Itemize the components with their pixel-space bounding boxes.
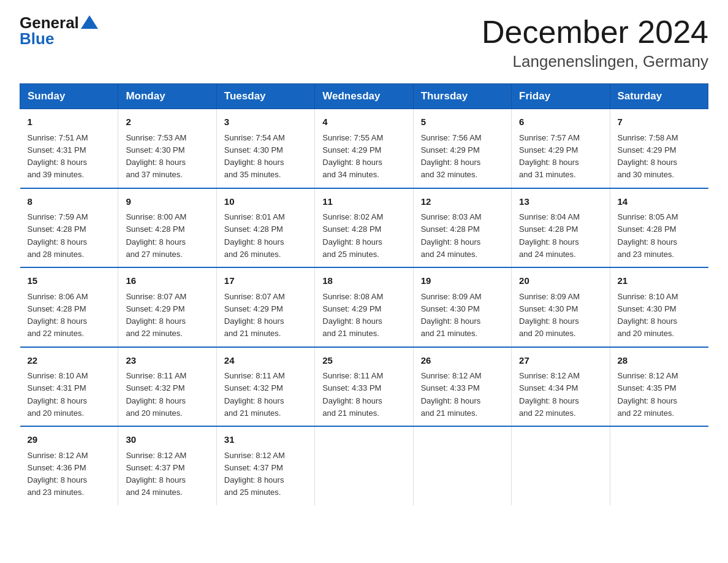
day-number: 4 [322, 115, 405, 129]
col-header-tuesday: Tuesday [216, 84, 314, 109]
calendar-cell: 29 Sunrise: 8:12 AMSunset: 4:36 PMDaylig… [20, 426, 118, 505]
calendar-week-row: 8 Sunrise: 7:59 AMSunset: 4:28 PMDayligh… [20, 188, 708, 268]
day-info: Sunrise: 7:59 AMSunset: 4:28 PMDaylight:… [28, 212, 88, 259]
calendar-cell: 8 Sunrise: 7:59 AMSunset: 4:28 PMDayligh… [20, 188, 118, 268]
svg-marker-0 [81, 15, 98, 29]
day-number: 18 [322, 274, 405, 288]
day-number: 28 [618, 354, 701, 368]
day-number: 11 [322, 195, 405, 209]
calendar-week-row: 22 Sunrise: 8:10 AMSunset: 4:31 PMDaylig… [20, 347, 708, 427]
calendar-cell: 27 Sunrise: 8:12 AMSunset: 4:34 PMDaylig… [512, 347, 610, 427]
page-title: December 2024 [482, 15, 708, 50]
calendar-cell: 23 Sunrise: 8:11 AMSunset: 4:32 PMDaylig… [118, 347, 216, 427]
day-info: Sunrise: 8:05 AMSunset: 4:28 PMDaylight:… [618, 212, 678, 259]
day-number: 3 [224, 115, 307, 129]
col-header-wednesday: Wednesday [315, 84, 413, 109]
calendar-table: SundayMondayTuesdayWednesdayThursdayFrid… [20, 83, 708, 505]
calendar-cell: 14 Sunrise: 8:05 AMSunset: 4:28 PMDaylig… [610, 188, 708, 268]
day-number: 26 [421, 354, 504, 368]
calendar-cell: 24 Sunrise: 8:11 AMSunset: 4:32 PMDaylig… [216, 347, 314, 427]
day-info: Sunrise: 8:10 AMSunset: 4:31 PMDaylight:… [28, 371, 88, 418]
day-info: Sunrise: 7:58 AMSunset: 4:29 PMDaylight:… [618, 133, 678, 180]
calendar-cell: 21 Sunrise: 8:10 AMSunset: 4:30 PMDaylig… [610, 267, 708, 347]
day-number: 21 [618, 274, 701, 288]
day-number: 24 [224, 354, 307, 368]
calendar-cell: 30 Sunrise: 8:12 AMSunset: 4:37 PMDaylig… [118, 426, 216, 505]
calendar-cell: 10 Sunrise: 8:01 AMSunset: 4:28 PMDaylig… [216, 188, 314, 268]
day-number: 29 [28, 433, 111, 447]
day-info: Sunrise: 8:03 AMSunset: 4:28 PMDaylight:… [421, 212, 482, 259]
calendar-cell: 11 Sunrise: 8:02 AMSunset: 4:28 PMDaylig… [315, 188, 413, 268]
day-info: Sunrise: 8:07 AMSunset: 4:29 PMDaylight:… [126, 292, 186, 339]
calendar-cell: 25 Sunrise: 8:11 AMSunset: 4:33 PMDaylig… [315, 347, 413, 427]
day-info: Sunrise: 8:12 AMSunset: 4:37 PMDaylight:… [224, 451, 285, 497]
calendar-cell [413, 426, 511, 505]
calendar-cell: 20 Sunrise: 8:09 AMSunset: 4:30 PMDaylig… [512, 267, 610, 347]
day-number: 15 [28, 274, 111, 288]
calendar-cell [315, 426, 413, 505]
page-subtitle: Langenenslingen, Germany [482, 52, 708, 71]
day-info: Sunrise: 8:11 AMSunset: 4:32 PMDaylight:… [126, 371, 186, 418]
day-info: Sunrise: 7:55 AMSunset: 4:29 PMDaylight:… [322, 133, 383, 180]
day-number: 10 [224, 195, 307, 209]
day-info: Sunrise: 8:02 AMSunset: 4:28 PMDaylight:… [322, 212, 383, 259]
calendar-cell: 22 Sunrise: 8:10 AMSunset: 4:31 PMDaylig… [20, 347, 118, 427]
calendar-cell: 12 Sunrise: 8:03 AMSunset: 4:28 PMDaylig… [413, 188, 511, 268]
col-header-friday: Friday [512, 84, 610, 109]
calendar-cell: 4 Sunrise: 7:55 AMSunset: 4:29 PMDayligh… [315, 109, 413, 188]
day-number: 25 [322, 354, 405, 368]
day-number: 23 [126, 354, 208, 368]
day-info: Sunrise: 8:12 AMSunset: 4:34 PMDaylight:… [519, 371, 580, 418]
day-number: 5 [421, 115, 504, 129]
title-block: December 2024 Langenenslingen, Germany [482, 15, 708, 71]
col-header-sunday: Sunday [20, 84, 118, 109]
col-header-monday: Monday [118, 84, 216, 109]
calendar-cell [512, 426, 610, 505]
day-info: Sunrise: 8:12 AMSunset: 4:35 PMDaylight:… [618, 371, 678, 418]
day-info: Sunrise: 8:07 AMSunset: 4:29 PMDaylight:… [224, 292, 285, 339]
calendar-cell: 9 Sunrise: 8:00 AMSunset: 4:28 PMDayligh… [118, 188, 216, 268]
day-info: Sunrise: 8:12 AMSunset: 4:36 PMDaylight:… [28, 451, 88, 497]
day-info: Sunrise: 8:10 AMSunset: 4:30 PMDaylight:… [618, 292, 678, 339]
calendar-cell: 18 Sunrise: 8:08 AMSunset: 4:29 PMDaylig… [315, 267, 413, 347]
calendar-cell: 5 Sunrise: 7:56 AMSunset: 4:29 PMDayligh… [413, 109, 511, 188]
logo-blue: Blue [20, 31, 98, 47]
calendar-cell: 31 Sunrise: 8:12 AMSunset: 4:37 PMDaylig… [216, 426, 314, 505]
calendar-cell: 2 Sunrise: 7:53 AMSunset: 4:30 PMDayligh… [118, 109, 216, 188]
calendar-week-row: 29 Sunrise: 8:12 AMSunset: 4:36 PMDaylig… [20, 426, 708, 505]
calendar-week-row: 15 Sunrise: 8:06 AMSunset: 4:28 PMDaylig… [20, 267, 708, 347]
day-number: 19 [421, 274, 504, 288]
day-info: Sunrise: 7:51 AMSunset: 4:31 PMDaylight:… [28, 133, 88, 180]
calendar-cell: 15 Sunrise: 8:06 AMSunset: 4:28 PMDaylig… [20, 267, 118, 347]
day-number: 7 [618, 115, 701, 129]
calendar-cell: 17 Sunrise: 8:07 AMSunset: 4:29 PMDaylig… [216, 267, 314, 347]
day-info: Sunrise: 8:11 AMSunset: 4:32 PMDaylight:… [224, 371, 285, 418]
day-info: Sunrise: 8:12 AMSunset: 4:37 PMDaylight:… [126, 451, 186, 497]
logo-general: General [20, 15, 79, 31]
day-number: 17 [224, 274, 307, 288]
day-number: 2 [126, 115, 208, 129]
day-info: Sunrise: 8:01 AMSunset: 4:28 PMDaylight:… [224, 212, 285, 259]
day-info: Sunrise: 8:00 AMSunset: 4:28 PMDaylight:… [126, 212, 186, 259]
page-header: General Blue December 2024 Langenensling… [20, 15, 708, 71]
day-number: 6 [519, 115, 602, 129]
calendar-header-row: SundayMondayTuesdayWednesdayThursdayFrid… [20, 84, 708, 109]
day-info: Sunrise: 8:04 AMSunset: 4:28 PMDaylight:… [519, 212, 580, 259]
day-number: 30 [126, 433, 208, 447]
day-info: Sunrise: 8:06 AMSunset: 4:28 PMDaylight:… [28, 292, 88, 339]
day-number: 9 [126, 195, 208, 209]
day-info: Sunrise: 8:12 AMSunset: 4:33 PMDaylight:… [421, 371, 482, 418]
day-info: Sunrise: 8:09 AMSunset: 4:30 PMDaylight:… [519, 292, 580, 339]
day-number: 31 [224, 433, 307, 447]
day-info: Sunrise: 8:11 AMSunset: 4:33 PMDaylight:… [322, 371, 383, 418]
day-number: 13 [519, 195, 602, 209]
day-info: Sunrise: 7:53 AMSunset: 4:30 PMDaylight:… [126, 133, 186, 180]
calendar-cell: 26 Sunrise: 8:12 AMSunset: 4:33 PMDaylig… [413, 347, 511, 427]
col-header-saturday: Saturday [610, 84, 708, 109]
day-info: Sunrise: 7:56 AMSunset: 4:29 PMDaylight:… [421, 133, 482, 180]
day-number: 27 [519, 354, 602, 368]
calendar-week-row: 1 Sunrise: 7:51 AMSunset: 4:31 PMDayligh… [20, 109, 708, 188]
day-info: Sunrise: 7:57 AMSunset: 4:29 PMDaylight:… [519, 133, 580, 180]
col-header-thursday: Thursday [413, 84, 511, 109]
calendar-cell: 19 Sunrise: 8:09 AMSunset: 4:30 PMDaylig… [413, 267, 511, 347]
